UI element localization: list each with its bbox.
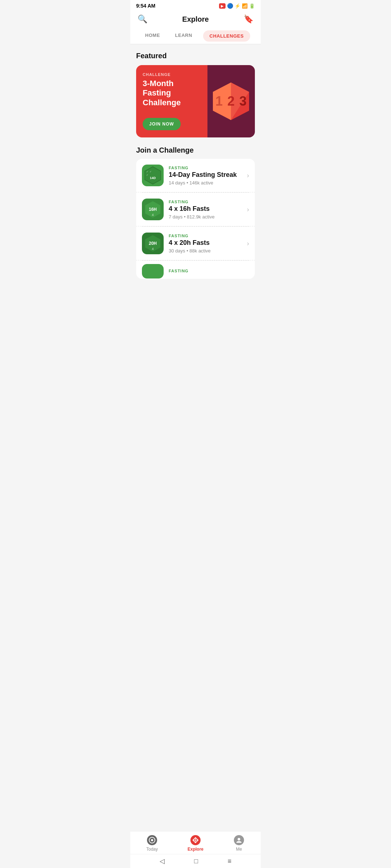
challenge-meta-14day: 14 days • 146k active (169, 180, 247, 186)
svg-text:20H: 20H (149, 241, 157, 246)
main-content: Featured CHALLENGE 3-Month Fasting Chall… (130, 44, 261, 286)
challenge-info-partial: FASTING (169, 269, 249, 274)
challenge-meta-20h: 30 days • 88k active (169, 248, 247, 254)
challenge-info-14day: FASTING 14-Day Fasting Streak 14 days • … (169, 166, 247, 186)
svg-text:4: 4 (152, 247, 154, 251)
status-bar: 9:54 AM ▶ 🔵 ⚡ 📶 🔋 (130, 0, 261, 10)
svg-text:2: 2 (227, 94, 235, 109)
join-now-button[interactable]: JOIN NOW (143, 118, 181, 130)
badge-16h: 16H 4 (142, 199, 164, 220)
challenge-item-16h[interactable]: 16H 4 FASTING 4 x 16h Fasts 7 days • 812… (136, 193, 255, 226)
page-title: Explore (182, 15, 209, 24)
svg-text:✓: ✓ (150, 170, 152, 173)
join-section-title: Join a Challenge (136, 146, 255, 154)
svg-text:16H: 16H (149, 207, 157, 212)
svg-text:1: 1 (215, 94, 223, 109)
status-time: 9:54 AM (136, 3, 155, 9)
hex-badge-20h-icon: 20H 4 (143, 233, 163, 254)
tab-challenges[interactable]: CHALLENGES (203, 30, 251, 42)
record-icon: ▶ (219, 3, 226, 9)
hex-badge-partial-icon (143, 264, 163, 278)
wifi-icon: 📶 (242, 3, 248, 9)
challenge-info-20h: FASTING 4 x 20h Fasts 30 days • 88k acti… (169, 234, 247, 254)
svg-text:✓: ✓ (146, 170, 148, 173)
hex-123-icon: 1 2 3 (207, 80, 255, 123)
badge-partial (142, 264, 164, 278)
featured-category-label: CHALLENGE (143, 72, 201, 77)
svg-text:3: 3 (239, 94, 247, 109)
chevron-right-icon-20h: › (247, 240, 249, 247)
badge-20h: 20H 4 (142, 233, 164, 254)
challenge-category-20h: FASTING (169, 234, 247, 238)
chevron-right-icon-14day: › (247, 172, 249, 179)
featured-title: Featured (136, 52, 255, 60)
hex-badge-16h-icon: 16H 4 (143, 199, 163, 220)
featured-section: Featured CHALLENGE 3-Month Fasting Chall… (136, 52, 255, 137)
status-icons: ▶ 🔵 ⚡ 📶 🔋 (219, 3, 255, 9)
featured-left: CHALLENGE 3-Month Fasting Challenge JOIN… (136, 65, 207, 137)
challenge-item-20h[interactable]: 20H 4 FASTING 4 x 20h Fasts 30 days • 88… (136, 227, 255, 260)
tab-bar: HOME LEARN CHALLENGES (130, 28, 261, 44)
challenges-list: ✓ ✓ ✓ 14D FASTING 14-Day Fasting Streak … (136, 159, 255, 279)
chevron-right-icon-16h: › (247, 206, 249, 213)
challenge-meta-16h: 7 days • 812.9k active (169, 214, 247, 220)
featured-card[interactable]: CHALLENGE 3-Month Fasting Challenge JOIN… (136, 65, 255, 137)
bookmark-icon[interactable]: 🔖 (244, 14, 253, 24)
header: 🔍 Explore 🔖 (130, 10, 261, 28)
challenge-name-16h: 4 x 16h Fasts (169, 205, 247, 213)
svg-marker-21 (147, 265, 158, 277)
tab-learn[interactable]: LEARN (169, 28, 198, 44)
join-section: Join a Challenge ✓ ✓ ✓ 14D (136, 146, 255, 279)
search-icon[interactable]: 🔍 (138, 14, 147, 24)
challenge-category-16h: FASTING (169, 200, 247, 204)
challenge-name-14day: 14-Day Fasting Streak (169, 171, 247, 179)
challenge-info-16h: FASTING 4 x 16h Fasts 7 days • 812.9k ac… (169, 200, 247, 220)
badge-14day: ✓ ✓ ✓ 14D (142, 165, 164, 186)
tab-home[interactable]: HOME (139, 28, 166, 44)
svg-text:✓: ✓ (146, 174, 148, 176)
challenge-category-partial: FASTING (169, 269, 249, 273)
challenge-item-partial[interactable]: FASTING (136, 261, 255, 279)
challenge-category-14day: FASTING (169, 166, 247, 170)
svg-text:14D: 14D (150, 176, 156, 180)
battery-icon: 🔋 (249, 3, 255, 9)
hex-badge-14d-icon: ✓ ✓ ✓ 14D (143, 165, 163, 186)
featured-right: 1 2 3 (207, 65, 255, 137)
challenge-item-14day[interactable]: ✓ ✓ ✓ 14D FASTING 14-Day Fasting Streak … (136, 159, 255, 192)
spacer (130, 286, 261, 329)
challenge-name-20h: 4 x 20h Fasts (169, 239, 247, 247)
signal-icon: ⚡ (235, 3, 240, 9)
featured-challenge-title: 3-Month Fasting Challenge (143, 79, 201, 107)
bluetooth-icon: 🔵 (227, 3, 233, 9)
svg-text:4: 4 (152, 213, 154, 217)
